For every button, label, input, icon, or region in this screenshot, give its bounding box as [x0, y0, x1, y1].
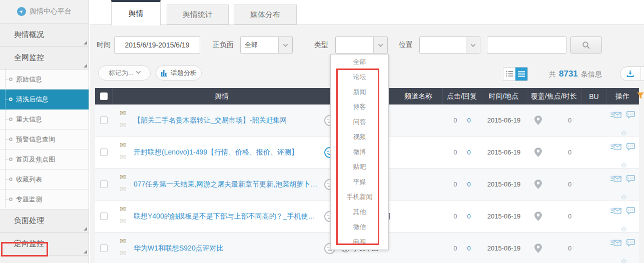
channel-cell — [394, 200, 443, 232]
type-option-wechat[interactable]: 微信 — [331, 220, 388, 234]
location-pin-icon[interactable] — [534, 212, 542, 221]
type-select[interactable] — [335, 36, 388, 54]
type-option-tv[interactable]: 电视 — [331, 234, 388, 250]
article-title-link[interactable]: 【韶关二手名贵木器转让_交易市场】-韶关赶集网 — [134, 116, 287, 125]
row-checkbox[interactable] — [100, 244, 108, 252]
topic-analysis-label: 话题分析 — [171, 68, 197, 78]
sidebar-item-raw-info[interactable]: 原始信息 — [0, 70, 89, 90]
tree-bullet-icon — [9, 118, 13, 121]
sidebar-item-alert-query[interactable]: 预警信息查询 — [0, 130, 89, 150]
article-title-link[interactable]: 华为W1和联想S920点评对比 — [134, 244, 224, 253]
mail-icon-faded: ✉ — [120, 184, 126, 194]
select-all-checkbox[interactable] — [100, 92, 108, 100]
coverage-cell: 0 — [526, 104, 582, 136]
location-pin-icon[interactable] — [534, 116, 542, 125]
sentiment-filter-label: 正负面 — [213, 40, 234, 50]
header-channel: 频道名称 — [394, 88, 443, 104]
row-checkbox[interactable] — [100, 116, 108, 124]
sidebar-tree: 原始信息 清洗后信息 重大信息 预警信息查询 首页及焦点图 收藏列表 专题监测 — [0, 70, 89, 210]
row-checkbox[interactable] — [100, 212, 108, 220]
replies-link[interactable]: 0 — [467, 212, 471, 220]
replies-link[interactable]: 0 — [467, 180, 471, 188]
comment-icon[interactable] — [626, 239, 635, 246]
article-title-link[interactable]: 联想Y400的触摸板是不是下部与上部不同高的？_手机使用_电脑技术 — [134, 212, 319, 221]
section-corner-icon — [84, 64, 87, 68]
sidebar-section-targeted-monitor[interactable]: 定向监控 — [0, 232, 89, 256]
type-option-video[interactable]: 视频 — [331, 130, 388, 144]
search-button[interactable] — [570, 36, 602, 54]
mail-icon-faded: ✉ — [120, 248, 126, 258]
mail-icon: ✉ — [120, 140, 126, 150]
forward-mail-icon[interactable] — [610, 143, 621, 150]
forward-mail-icon[interactable] — [610, 111, 621, 118]
sidebar-section-fullweb-monitor[interactable]: 全网监控 — [0, 46, 89, 70]
mail-icon-faded: ✉ — [120, 120, 126, 130]
tab-media-distribution[interactable]: 媒体分布 — [234, 4, 297, 24]
row-checkbox[interactable] — [100, 148, 108, 156]
sidebar-item-cleaned-info[interactable]: 清洗后信息 — [0, 90, 89, 110]
article-title-link[interactable]: 077任务第一天结束,网游之屠夫最新章节更新,泡菜胡萝卜作品-网... — [134, 180, 319, 189]
sidebar-section-overview[interactable]: 舆情概况 — [0, 24, 89, 46]
compact-view-button[interactable] — [515, 68, 527, 80]
tree-bullet-icon — [9, 158, 13, 161]
mark-as-button[interactable]: 标记为... — [98, 66, 151, 80]
type-option-weibo[interactable]: 微博 — [331, 144, 388, 160]
subject-cell: ✉ ✉ 【韶关二手名贵木器转让_交易市场】-韶关赶集网 — [113, 104, 331, 136]
forward-mail-icon[interactable] — [610, 239, 621, 246]
type-option-other[interactable]: 其他 — [331, 204, 388, 220]
forward-mail-icon[interactable] — [610, 175, 621, 182]
download-options-caret[interactable] — [640, 67, 644, 80]
row-checkbox[interactable] — [100, 180, 108, 188]
channel-cell — [394, 136, 443, 168]
location-pin-icon[interactable] — [534, 244, 542, 253]
sidebar-item-favorites[interactable]: 收藏列表 — [0, 170, 89, 190]
type-option-forum[interactable]: 论坛 — [331, 70, 388, 84]
sidebar-item-topic-monitor[interactable]: 专题监测 — [0, 190, 89, 210]
column-filter-icon[interactable] — [637, 92, 644, 100]
forward-mail-icon[interactable] — [610, 207, 621, 214]
type-option-print-media[interactable]: 平媒 — [331, 174, 388, 190]
comment-icon[interactable] — [626, 175, 635, 182]
section-label: 全网监控 — [14, 53, 44, 62]
sentiment-select[interactable]: 全部 — [240, 36, 293, 54]
section-corner-icon — [84, 250, 87, 254]
replies-link[interactable]: 0 — [467, 148, 471, 156]
comment-icon[interactable] — [626, 143, 635, 150]
location-filter-label: 位置 — [399, 40, 413, 50]
comment-icon[interactable] — [626, 207, 635, 214]
tree-item-label: 首页及焦点图 — [16, 155, 55, 164]
comment-icon[interactable] — [626, 111, 635, 118]
type-option-tieba[interactable]: 贴吧 — [331, 160, 388, 174]
chevron-down-icon — [278, 37, 292, 53]
replies-link[interactable]: 0 — [467, 116, 471, 124]
favorite-star-icon[interactable]: ☆ — [620, 256, 627, 263]
chevron-down-icon — [136, 69, 141, 74]
topic-analysis-button[interactable]: 话题分析 — [156, 66, 202, 80]
location-select[interactable] — [419, 36, 480, 54]
detail-view-button[interactable] — [503, 68, 515, 80]
location-pin-icon[interactable] — [534, 148, 542, 157]
replies-link[interactable]: 0 — [467, 244, 471, 252]
type-option-mobile-news[interactable]: 手机新闻 — [331, 190, 388, 204]
location-pin-icon[interactable] — [534, 180, 542, 189]
sidebar-section-negative-handling[interactable]: 负面处理 — [0, 210, 89, 232]
time-range-input[interactable] — [114, 36, 200, 54]
filter-bar: 时间 正负面 全部 类型 位置 — [97, 36, 602, 54]
mail-icon: ✉ — [120, 236, 126, 246]
sidebar-item-homepage-focus[interactable]: 首页及焦点图 — [0, 150, 89, 170]
download-button[interactable] — [620, 66, 644, 81]
type-option-news[interactable]: 新闻 — [331, 84, 388, 100]
tree-bullet-icon — [9, 198, 13, 201]
sidebar-item-major-info[interactable]: 重大信息 — [0, 110, 89, 130]
type-option-qa[interactable]: 问答 — [331, 114, 388, 130]
date-value: 2015-06-19 — [487, 148, 521, 156]
type-option-all[interactable]: 全部 — [331, 54, 388, 70]
menu-lines-icon — [518, 71, 525, 77]
tab-public-opinion[interactable]: 舆情 — [111, 0, 161, 26]
tab-opinion-stats[interactable]: 舆情统计 — [167, 4, 229, 24]
search-icon — [582, 41, 590, 50]
tree-bullet-icon — [9, 78, 13, 81]
type-option-blog[interactable]: 博客 — [331, 100, 388, 114]
article-title-link[interactable]: 开封联想(Lenovo)1-499【行情、价格、报价、评测】 — [134, 148, 298, 157]
keyword-input[interactable] — [487, 36, 566, 54]
